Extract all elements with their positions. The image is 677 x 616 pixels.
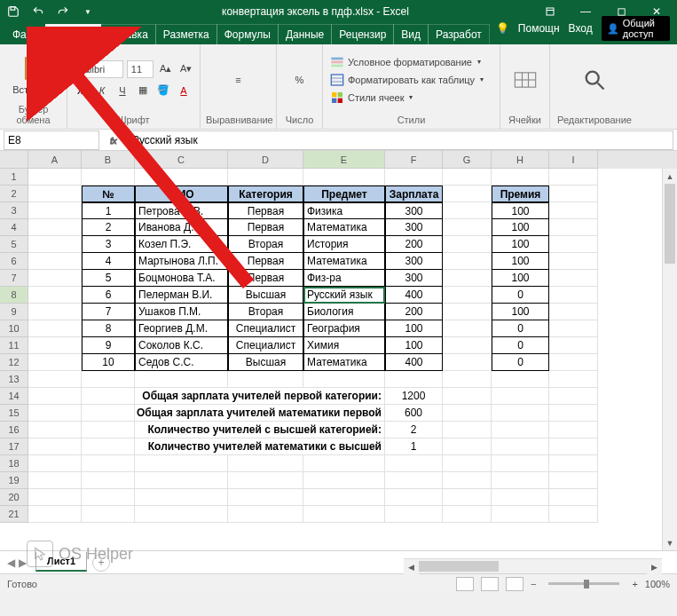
cell[interactable]: Зарплата <box>385 186 443 202</box>
cell[interactable]: Ушаков П.М. <box>135 304 228 320</box>
scroll-down-icon[interactable]: ▼ <box>663 535 677 550</box>
cells-button[interactable] <box>506 46 544 113</box>
cell[interactable]: 1 <box>82 202 135 219</box>
row-header[interactable]: 11 <box>0 337 28 354</box>
cell[interactable]: 200 <box>385 236 443 253</box>
cell[interactable]: 100 <box>385 337 443 354</box>
cell[interactable] <box>492 506 549 523</box>
cell[interactable]: История <box>303 236 385 253</box>
cell[interactable] <box>28 337 82 354</box>
cell[interactable] <box>28 219 82 236</box>
cell[interactable]: Специалист <box>228 320 303 337</box>
cell[interactable] <box>385 472 443 489</box>
cell[interactable] <box>303 489 385 506</box>
editing-button[interactable] <box>555 46 634 113</box>
select-all-corner[interactable] <box>0 151 28 169</box>
col-header[interactable]: D <box>228 151 303 169</box>
cell[interactable] <box>549 186 598 202</box>
number-icon[interactable]: % <box>291 71 309 89</box>
cell[interactable]: 9 <box>82 337 135 354</box>
cell[interactable] <box>549 506 598 523</box>
italic-button[interactable]: К <box>93 82 111 99</box>
cell[interactable]: Иванова Д.М. <box>135 219 228 236</box>
cell[interactable]: 7 <box>82 304 135 320</box>
cell[interactable]: Специалист <box>228 337 303 354</box>
cell[interactable] <box>28 236 82 253</box>
cell[interactable]: 100 <box>385 320 443 337</box>
cell[interactable] <box>443 169 492 186</box>
help-icon[interactable]: 💡 <box>496 22 509 35</box>
zoom-in-icon[interactable]: + <box>632 579 637 589</box>
col-header[interactable]: H <box>492 151 549 169</box>
cell[interactable] <box>82 438 135 455</box>
cell[interactable] <box>443 186 492 202</box>
cell[interactable] <box>28 506 82 523</box>
cell[interactable]: 0 <box>492 337 549 354</box>
row-header[interactable]: 4 <box>0 219 28 236</box>
cell[interactable] <box>443 337 492 354</box>
row-header[interactable]: 13 <box>0 371 28 388</box>
cell[interactable] <box>28 354 82 371</box>
cell[interactable] <box>549 253 598 270</box>
summary-label[interactable]: Общая зарплата учителей математики перво… <box>135 405 385 422</box>
cell[interactable] <box>549 354 598 371</box>
cell[interactable]: Высшая <box>228 287 303 304</box>
col-header[interactable]: C <box>135 151 228 169</box>
cell[interactable] <box>549 304 598 320</box>
scroll-left-icon[interactable]: ◀ <box>404 559 419 574</box>
cell[interactable]: 2 <box>82 219 135 236</box>
cell[interactable]: 2 <box>385 422 443 438</box>
cell[interactable]: Категория <box>228 186 303 202</box>
cell[interactable]: 300 <box>385 202 443 219</box>
cell[interactable] <box>28 304 82 320</box>
cell[interactable] <box>443 202 492 219</box>
cell[interactable] <box>135 455 228 472</box>
cell[interactable] <box>443 236 492 253</box>
row-header[interactable]: 7 <box>0 270 28 287</box>
row-header[interactable]: 19 <box>0 472 28 489</box>
cell[interactable] <box>385 371 443 388</box>
cell[interactable] <box>28 422 82 438</box>
cell[interactable] <box>228 489 303 506</box>
cell[interactable]: Премия <box>492 186 549 202</box>
cell[interactable] <box>228 455 303 472</box>
cell[interactable] <box>443 287 492 304</box>
cell[interactable]: 0 <box>492 320 549 337</box>
redo-icon[interactable] <box>53 2 73 21</box>
cell[interactable]: 200 <box>385 304 443 320</box>
cell[interactable]: 10 <box>82 354 135 371</box>
cell[interactable]: 0 <box>492 287 549 304</box>
tab-home[interactable]: Главная <box>45 24 102 44</box>
fx-icon[interactable]: fx <box>103 134 128 146</box>
cell[interactable] <box>492 489 549 506</box>
cell[interactable] <box>303 371 385 388</box>
cell[interactable] <box>82 489 135 506</box>
zoom-slider[interactable] <box>548 582 619 585</box>
cell[interactable]: 100 <box>492 253 549 270</box>
cell[interactable] <box>303 455 385 472</box>
paste-button[interactable]: Вставить <box>5 51 61 99</box>
row-header[interactable]: 8 <box>0 287 28 304</box>
cell[interactable] <box>549 472 598 489</box>
cell[interactable]: 0 <box>492 354 549 371</box>
zoom-out-icon[interactable]: − <box>531 579 536 589</box>
cell[interactable] <box>28 405 82 422</box>
cell[interactable]: 8 <box>82 320 135 337</box>
tab-review[interactable]: Рецензир <box>331 24 394 44</box>
scroll-thumb-h[interactable] <box>419 561 499 572</box>
cell[interactable]: Соколов К.С. <box>135 337 228 354</box>
scroll-thumb-v[interactable] <box>665 184 675 264</box>
undo-icon[interactable] <box>28 2 48 21</box>
cell[interactable] <box>135 371 228 388</box>
cell[interactable] <box>228 169 303 186</box>
row-header[interactable]: 6 <box>0 253 28 270</box>
cell[interactable] <box>385 169 443 186</box>
cell[interactable]: Математика <box>303 219 385 236</box>
tab-layout[interactable]: Разметка <box>155 24 217 44</box>
cell[interactable] <box>492 405 549 422</box>
col-header[interactable]: I <box>549 151 598 169</box>
tab-developer[interactable]: Разработ <box>428 24 490 44</box>
cell[interactable] <box>549 371 598 388</box>
cell[interactable] <box>492 388 549 405</box>
cell[interactable] <box>443 354 492 371</box>
